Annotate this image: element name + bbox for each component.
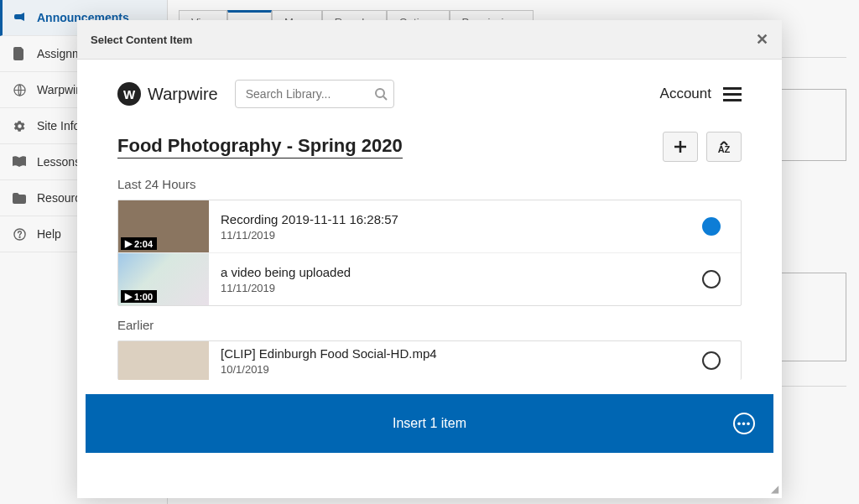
radio-selected-icon xyxy=(702,217,721,236)
search-icon xyxy=(374,87,388,101)
warpwire-brand: W Warpwire xyxy=(117,82,218,106)
media-info: [CLIP] Edinburgh Food Social-HD.mp4 10/1… xyxy=(209,341,682,380)
library-header: Food Photography - Spring 2020 AZ xyxy=(117,132,742,162)
brand-text: Warpwire xyxy=(148,85,218,104)
media-item[interactable]: ▶ 1:00 a video being uploaded 11/11/2019 xyxy=(118,253,741,305)
library-title[interactable]: Food Photography - Spring 2020 xyxy=(117,135,403,158)
thumbnail: ▶ 1:00 xyxy=(118,253,209,305)
radio-icon xyxy=(702,351,721,370)
media-item[interactable]: ▶ 2:04 Recording 2019-11-11 16:28:57 11/… xyxy=(118,200,741,253)
modal-title: Select Content Item xyxy=(91,34,192,46)
content-picker-modal: Select Content Item ✕ W Warpwire Account… xyxy=(77,20,782,498)
insert-label: Insert 1 item xyxy=(393,416,466,431)
insert-button[interactable]: Insert 1 item ••• xyxy=(86,394,773,453)
add-button[interactable] xyxy=(663,132,698,162)
brand-row: W Warpwire Account xyxy=(117,80,742,108)
media-title: Recording 2019-11-11 16:28:57 xyxy=(221,212,670,226)
media-date: 11/11/2019 xyxy=(221,229,670,242)
media-list: [CLIP] Edinburgh Food Social-HD.mp4 10/1… xyxy=(117,340,742,380)
library-actions: AZ xyxy=(663,132,742,162)
media-list: ▶ 2:04 Recording 2019-11-11 16:28:57 11/… xyxy=(117,200,742,306)
modal-header: Select Content Item ✕ xyxy=(77,20,782,60)
radio-icon xyxy=(702,270,721,288)
media-date: 11/11/2019 xyxy=(221,282,670,294)
sort-button[interactable]: AZ xyxy=(706,132,742,162)
menu-icon[interactable] xyxy=(723,87,742,101)
duration-badge: ▶ 2:04 xyxy=(121,237,157,250)
media-date: 10/1/2019 xyxy=(221,363,670,376)
media-info: Recording 2019-11-11 16:28:57 11/11/2019 xyxy=(209,205,682,248)
more-options-icon[interactable]: ••• xyxy=(733,413,755,434)
section-label: Last 24 Hours xyxy=(117,177,742,191)
select-radio-wrap[interactable] xyxy=(682,351,741,370)
select-radio-wrap[interactable] xyxy=(682,217,741,236)
media-title: [CLIP] Edinburgh Food Social-HD.mp4 xyxy=(221,346,670,361)
media-title: a video being uploaded xyxy=(221,265,670,279)
account-area: Account xyxy=(660,86,742,102)
warpwire-logo-icon: W xyxy=(117,82,141,106)
duration-badge: ▶ 1:00 xyxy=(121,290,157,303)
media-info: a video being uploaded 11/11/2019 xyxy=(209,258,682,301)
resize-handle-icon[interactable]: ◢ xyxy=(771,483,778,495)
search-wrap xyxy=(235,80,394,108)
svg-point-3 xyxy=(376,89,384,97)
search-input[interactable] xyxy=(235,80,394,108)
thumbnail: ▶ 2:04 xyxy=(118,200,209,252)
media-item[interactable]: [CLIP] Edinburgh Food Social-HD.mp4 10/1… xyxy=(118,341,741,380)
select-radio-wrap[interactable] xyxy=(682,270,741,288)
account-link[interactable]: Account xyxy=(660,86,711,102)
close-icon[interactable]: ✕ xyxy=(756,30,768,49)
thumbnail xyxy=(118,341,209,380)
section-label: Earlier xyxy=(117,318,742,332)
